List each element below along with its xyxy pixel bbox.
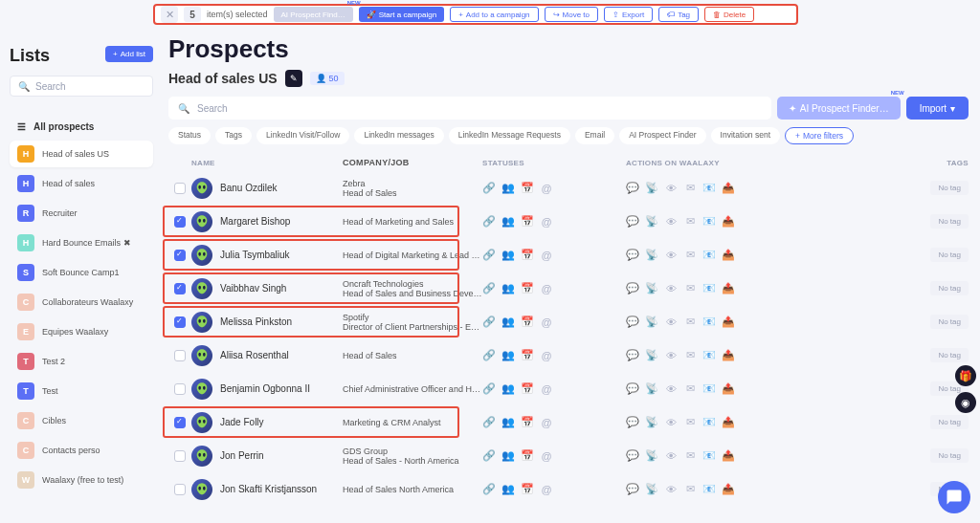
row-checkbox[interactable] bbox=[174, 450, 186, 462]
action-icon[interactable]: 💬 bbox=[626, 416, 639, 429]
action-icon[interactable]: 📧 bbox=[702, 349, 716, 362]
more-filters-button[interactable]: + More filters bbox=[785, 127, 854, 144]
action-icon[interactable]: ✉ bbox=[683, 249, 697, 262]
status-icon[interactable]: 🔗 bbox=[482, 349, 496, 362]
action-icon[interactable]: ✉ bbox=[683, 349, 697, 362]
action-icon[interactable]: 📡 bbox=[645, 449, 658, 463]
status-icon[interactable]: @ bbox=[540, 249, 553, 262]
start-campaign-button[interactable]: 🚀 Start a campaign bbox=[359, 7, 444, 22]
status-icon[interactable]: 📅 bbox=[521, 416, 534, 429]
table-row[interactable]: Jade Folly Marketing & CRM Analyst 🔗👥📅@ … bbox=[168, 405, 969, 439]
action-icon[interactable]: 👁 bbox=[664, 282, 678, 295]
status-icon[interactable]: 👥 bbox=[501, 483, 515, 496]
table-row[interactable]: Jon Perrin GDS Group Head of Sales - Nor… bbox=[168, 439, 969, 472]
action-icon[interactable]: 💬 bbox=[626, 449, 639, 463]
action-icon[interactable]: 📡 bbox=[645, 382, 658, 396]
action-icon[interactable]: 👁 bbox=[664, 416, 678, 429]
action-icon[interactable]: 💬 bbox=[626, 182, 639, 195]
action-icon[interactable]: 📤 bbox=[722, 416, 735, 429]
add-list-button[interactable]: + Add list bbox=[105, 46, 153, 62]
table-row[interactable]: Melissa Pinkston Spotify Director of Cli… bbox=[168, 305, 969, 338]
delete-button[interactable]: 🗑 Delete bbox=[704, 7, 754, 22]
row-checkbox[interactable] bbox=[174, 350, 186, 361]
status-icon[interactable]: 👥 bbox=[501, 316, 515, 329]
row-checkbox[interactable] bbox=[174, 283, 186, 294]
status-icon[interactable]: 👥 bbox=[501, 382, 515, 396]
action-icon[interactable]: 👁 bbox=[664, 215, 678, 229]
gift-icon[interactable]: 🎁 bbox=[955, 365, 976, 386]
action-icon[interactable]: 📤 bbox=[722, 382, 735, 396]
status-icon[interactable]: 📅 bbox=[521, 282, 534, 295]
table-row[interactable]: Julia Tsymbaliuk Head of Digital Marketi… bbox=[168, 238, 969, 272]
action-icon[interactable]: 📡 bbox=[645, 249, 658, 262]
row-checkbox[interactable] bbox=[174, 316, 186, 328]
action-icon[interactable]: 👁 bbox=[664, 249, 678, 262]
table-row[interactable]: Jon Skafti Kristjansson Head of Sales No… bbox=[168, 472, 969, 506]
move-to-button[interactable]: ↪ Move to bbox=[545, 7, 598, 22]
no-tag-pill[interactable]: No tag bbox=[930, 281, 969, 295]
action-icon[interactable]: 📡 bbox=[645, 282, 658, 295]
status-icon[interactable]: 📅 bbox=[521, 249, 534, 262]
status-icon[interactable]: @ bbox=[540, 182, 553, 195]
action-icon[interactable]: 👁 bbox=[664, 449, 678, 463]
action-icon[interactable]: 💬 bbox=[626, 316, 639, 329]
action-icon[interactable]: ✉ bbox=[683, 182, 697, 195]
no-tag-pill[interactable]: No tag bbox=[930, 315, 969, 329]
status-icon[interactable]: @ bbox=[540, 282, 553, 295]
sidebar-list-item[interactable]: SSoft Bounce Camp1 bbox=[10, 259, 153, 286]
table-row[interactable]: Benjamin Ogbonna II Chief Administrative… bbox=[168, 372, 969, 405]
status-icon[interactable]: @ bbox=[540, 483, 553, 496]
status-icon[interactable]: 📅 bbox=[521, 483, 534, 496]
action-icon[interactable]: ✉ bbox=[683, 316, 697, 329]
table-row[interactable]: Margaret Bishop Head of Marketing and Sa… bbox=[168, 205, 969, 238]
edit-icon[interactable]: ✎ bbox=[285, 70, 302, 87]
action-icon[interactable]: 💬 bbox=[626, 349, 639, 362]
add-to-campaign-button[interactable]: + Add to a campaign bbox=[450, 7, 538, 22]
sidebar-list-item[interactable]: TTest 2 bbox=[10, 348, 153, 375]
action-icon[interactable]: 📤 bbox=[722, 449, 735, 463]
row-checkbox[interactable] bbox=[174, 216, 186, 228]
status-icon[interactable]: 🔗 bbox=[482, 416, 496, 429]
action-icon[interactable]: 💬 bbox=[626, 249, 639, 262]
row-checkbox[interactable] bbox=[174, 250, 186, 261]
action-icon[interactable]: ✉ bbox=[683, 416, 697, 429]
row-checkbox[interactable] bbox=[174, 383, 186, 395]
status-icon[interactable]: 👥 bbox=[501, 182, 515, 195]
sidebar-list-item[interactable]: HHard Bounce Emails ✖ bbox=[10, 229, 153, 256]
action-icon[interactable]: 💬 bbox=[626, 215, 639, 229]
ai-prospect-finder-button[interactable]: ✦ AI Prospect Finder… NEW bbox=[777, 97, 901, 120]
no-tag-pill[interactable]: No tag bbox=[930, 248, 969, 262]
main-search[interactable]: 🔍 Search bbox=[168, 97, 771, 120]
sidebar-list-item[interactable]: HHead of sales bbox=[10, 170, 153, 197]
action-icon[interactable]: 📧 bbox=[702, 483, 716, 496]
action-icon[interactable]: 📧 bbox=[702, 282, 716, 295]
status-icon[interactable]: 📅 bbox=[521, 382, 534, 396]
status-icon[interactable]: 🔗 bbox=[482, 449, 496, 463]
sidebar-list-item[interactable]: CContacts perso bbox=[10, 437, 153, 464]
status-icon[interactable]: 📅 bbox=[521, 449, 534, 463]
action-icon[interactable]: 📧 bbox=[702, 449, 716, 463]
action-icon[interactable]: 📤 bbox=[722, 282, 735, 295]
action-icon[interactable]: 📡 bbox=[645, 483, 658, 496]
action-icon[interactable]: 📤 bbox=[722, 316, 735, 329]
no-tag-pill[interactable]: No tag bbox=[930, 348, 969, 362]
action-icon[interactable]: ✉ bbox=[683, 282, 697, 295]
action-icon[interactable]: ✉ bbox=[683, 382, 697, 396]
action-icon[interactable]: 📧 bbox=[702, 215, 716, 229]
action-icon[interactable]: 📡 bbox=[645, 416, 658, 429]
action-icon[interactable]: 📡 bbox=[645, 349, 658, 362]
row-checkbox[interactable] bbox=[174, 484, 186, 495]
chat-widget[interactable] bbox=[938, 481, 970, 513]
filter-chip[interactable]: LinkedIn Message Requests bbox=[449, 127, 570, 144]
action-icon[interactable]: 📧 bbox=[702, 316, 716, 329]
action-icon[interactable]: 👁 bbox=[664, 382, 678, 396]
status-icon[interactable]: 🔗 bbox=[482, 282, 496, 295]
action-icon[interactable]: 💬 bbox=[626, 483, 639, 496]
status-icon[interactable]: 📅 bbox=[521, 316, 534, 329]
ai-prospect-button-disabled[interactable]: AI Prospect Find… NEW bbox=[274, 7, 353, 22]
sidebar-list-item[interactable]: TTest bbox=[10, 378, 153, 404]
sidebar-list-item[interactable]: EEquipes Waalaxy bbox=[10, 318, 153, 345]
filter-chip[interactable]: Email bbox=[575, 127, 614, 144]
action-icon[interactable]: ✉ bbox=[683, 215, 697, 229]
action-icon[interactable]: 📤 bbox=[722, 249, 735, 262]
